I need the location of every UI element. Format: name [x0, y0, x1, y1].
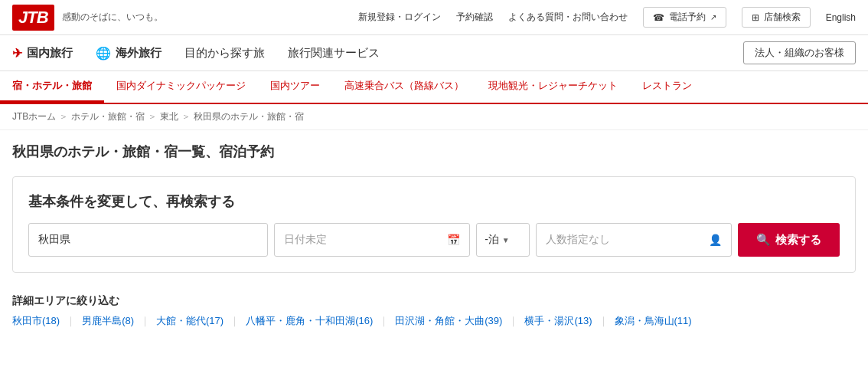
location-input[interactable] — [28, 223, 268, 257]
area-kisakata[interactable]: 象潟・鳥海山(11) — [615, 314, 692, 328]
date-placeholder: 日付未定 — [284, 233, 327, 247]
nav-domestic[interactable]: ✈ 国内旅行 — [12, 46, 73, 61]
nights-value: -泊 — [485, 233, 499, 247]
breadcrumb-hotel[interactable]: ホテル・旅館・宿 — [71, 110, 145, 123]
nav-overseas[interactable]: 🌐 海外旅行 — [96, 46, 162, 61]
person-icon: 👤 — [709, 234, 722, 246]
breadcrumb-current: 秋田県のホテル・旅館・宿 — [194, 110, 304, 123]
overseas-icon: 🌐 — [96, 46, 111, 61]
area-hachimantai[interactable]: 八幡平・鹿角・十和田湖(16) — [246, 314, 373, 328]
area-yokote[interactable]: 横手・湯沢(13) — [524, 314, 592, 328]
nav-travel-services[interactable]: 旅行関連サービス — [288, 46, 380, 61]
search-row: 日付未定 📅 -泊 ▼ 人数指定なし 👤 🔍 検索する — [28, 223, 840, 257]
domestic-icon: ✈ — [12, 46, 22, 61]
sub-nav: 宿・ホテル・旅館 国内ダイナミックパッケージ 国内ツアー 高速乗合バス（路線バス… — [0, 71, 868, 104]
nav-by-purpose[interactable]: 目的から探す旅 — [184, 46, 265, 61]
page-title-section: 秋田県のホテル・旅館・宿一覧、宿泊予約 — [0, 130, 868, 167]
store-label: 店舗検索 — [764, 11, 801, 24]
logo-section: JTB 感動のそばに、いつも。 — [12, 5, 163, 31]
area-links: 秋田市(18) ｜ 男鹿半島(8) ｜ 大館・能代(17) ｜ 八幡平・鹿角・十… — [12, 314, 856, 328]
corporate-label: 法人・組織のお客様 — [755, 47, 844, 58]
nav-by-purpose-label: 目的から探す旅 — [184, 46, 265, 61]
main-nav: ✈ 国内旅行 🌐 海外旅行 目的から探す旅 旅行関連サービス 法人・組織のお客様 — [0, 35, 868, 71]
area-sep-1: ｜ — [66, 314, 76, 328]
calendar-icon: 📅 — [447, 234, 460, 246]
area-filter: 詳細エリアに絞り込む 秋田市(18) ｜ 男鹿半島(8) ｜ 大館・能代(17)… — [0, 282, 868, 334]
top-bar: JTB 感動のそばに、いつも。 新規登録・ログイン 予約確認 よくある質問・お問… — [0, 0, 868, 35]
nav-domestic-label: 国内旅行 — [27, 46, 73, 61]
search-button-label: 検索する — [775, 233, 821, 247]
phone-icon: ☎ — [653, 12, 664, 23]
store-button[interactable]: ⊞ 店舗検索 — [742, 7, 811, 28]
reservation-link[interactable]: 予約確認 — [456, 11, 493, 24]
area-odate-noshiro[interactable]: 大館・能代(17) — [156, 314, 224, 328]
phone-button[interactable]: ☎ 電話予約 ↗ — [643, 7, 726, 28]
top-bar-links: 新規登録・ログイン 予約確認 よくある質問・お問い合わせ ☎ 電話予約 ↗ ⊞ … — [358, 7, 856, 28]
page-title: 秋田県のホテル・旅館・宿一覧、宿泊予約 — [12, 143, 856, 161]
breadcrumb-sep-3: ＞ — [181, 110, 191, 123]
store-icon: ⊞ — [752, 12, 759, 23]
chevron-down-icon: ▼ — [502, 236, 510, 244]
area-sep-5: ｜ — [508, 314, 518, 328]
breadcrumb-sep-1: ＞ — [59, 110, 68, 123]
area-sep-3: ｜ — [230, 314, 240, 328]
jtb-logo: JTB — [12, 5, 54, 31]
phone-label: 電話予約 — [669, 11, 706, 24]
area-oga-peninsula[interactable]: 男鹿半島(8) — [82, 314, 134, 328]
nights-selector[interactable]: -泊 ▼ — [476, 223, 530, 257]
nav-travel-services-label: 旅行関連サービス — [288, 46, 380, 61]
breadcrumb: JTBホーム ＞ ホテル・旅館・宿 ＞ 東北 ＞ 秋田県のホテル・旅館・宿 — [0, 104, 868, 130]
subnav-restaurant[interactable]: レストラン — [630, 71, 704, 103]
english-link[interactable]: English — [826, 12, 856, 23]
area-sep-6: ｜ — [599, 314, 609, 328]
corporate-button[interactable]: 法人・組織のお客様 — [743, 41, 856, 64]
subnav-highway-bus[interactable]: 高速乗合バス（路線バス） — [332, 71, 476, 103]
area-sep-2: ｜ — [140, 314, 150, 328]
area-sep-4: ｜ — [379, 314, 389, 328]
subnav-domestic-tour[interactable]: 国内ツアー — [258, 71, 332, 103]
search-section: 基本条件を変更して、再検索する 日付未定 📅 -泊 ▼ 人数指定なし 👤 🔍 検… — [12, 176, 856, 273]
phone-external-icon: ↗ — [710, 13, 716, 21]
date-input[interactable]: 日付未定 📅 — [274, 223, 470, 257]
breadcrumb-sep-2: ＞ — [148, 110, 157, 123]
subnav-local-ticket[interactable]: 現地観光・レジャーチケット — [476, 71, 630, 103]
area-tazawako[interactable]: 田沢湖・角館・大曲(39) — [395, 314, 502, 328]
breadcrumb-home[interactable]: JTBホーム — [12, 110, 56, 123]
faq-link[interactable]: よくある質問・お問い合わせ — [508, 11, 628, 24]
subnav-dynamic-package[interactable]: 国内ダイナミックパッケージ — [104, 71, 258, 103]
search-section-title: 基本条件を変更して、再検索する — [28, 192, 840, 211]
guests-input[interactable]: 人数指定なし 👤 — [536, 223, 732, 257]
logo-tagline: 感動のそばに、いつも。 — [62, 11, 163, 24]
breadcrumb-tohoku[interactable]: 東北 — [160, 110, 178, 123]
nav-overseas-label: 海外旅行 — [116, 46, 162, 61]
area-akita-city[interactable]: 秋田市(18) — [12, 314, 60, 328]
search-button[interactable]: 🔍 検索する — [738, 223, 840, 257]
register-login-link[interactable]: 新規登録・ログイン — [358, 11, 441, 24]
subnav-hotel[interactable]: 宿・ホテル・旅館 — [0, 71, 104, 103]
guests-placeholder: 人数指定なし — [546, 233, 610, 247]
search-icon: 🔍 — [756, 233, 771, 247]
area-filter-title: 詳細エリアに絞り込む — [12, 294, 856, 308]
